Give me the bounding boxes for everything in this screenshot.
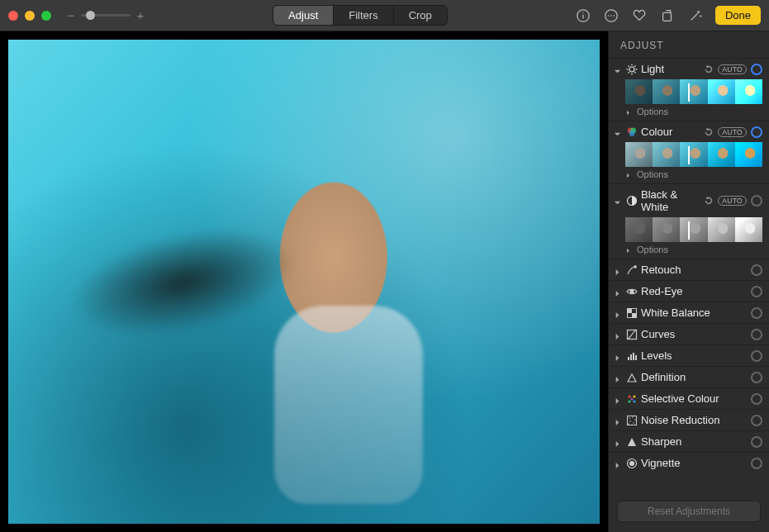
svg-point-6 [613, 15, 615, 17]
adjustment-whitebalance-header[interactable]: White Balance [614, 306, 762, 319]
svg-point-37 [629, 417, 629, 418]
svg-point-44 [629, 461, 634, 465]
auto-bw-button[interactable]: AUTO [718, 196, 747, 206]
zoom-out-icon[interactable]: − [66, 8, 76, 22]
adjustment-light: Light AUTO Options [609, 58, 769, 121]
zoom-in-icon[interactable]: + [135, 8, 145, 22]
auto-enhance-icon[interactable] [687, 7, 704, 24]
svg-line-15 [628, 72, 629, 73]
adjustment-curves-label: Curves [641, 328, 748, 340]
info-icon[interactable] [575, 7, 591, 24]
adjustment-redeye: Red-Eye [609, 280, 769, 302]
colour-slider-thumbs[interactable] [625, 142, 762, 167]
adjustment-redeye-header[interactable]: Red-Eye [614, 285, 762, 297]
toggle-vignette-ring[interactable] [751, 458, 762, 469]
svg-point-32 [633, 395, 635, 397]
adjustment-vignette: Vignette [609, 452, 769, 473]
light-slider-thumbs[interactable] [625, 79, 762, 104]
done-button[interactable]: Done [715, 6, 761, 25]
redeye-icon [625, 285, 638, 297]
adjustment-definition: Definition [609, 366, 769, 387]
adjustment-levels-label: Levels [641, 349, 748, 362]
svg-point-22 [630, 290, 634, 293]
edit-mode-tabs: Adjust Filters Crop [273, 5, 448, 26]
svg-rect-7 [663, 12, 672, 21]
toggle-levels-ring[interactable] [751, 350, 762, 362]
colour-options-toggle[interactable]: Options [625, 169, 762, 179]
light-icon [625, 63, 638, 75]
adjustment-colour-header[interactable]: Colour AUTO [614, 126, 762, 138]
window-controls [8, 11, 51, 21]
photo-canvas[interactable] [0, 31, 608, 532]
reset-bw-icon[interactable] [704, 196, 714, 206]
light-options-label: Options [637, 107, 668, 116]
toggle-whitebalance-ring[interactable] [751, 307, 762, 319]
photo-preview [8, 40, 600, 524]
adjustment-definition-header[interactable]: Definition [614, 371, 762, 383]
svg-point-21 [634, 265, 635, 267]
toggle-light-ring[interactable] [751, 64, 762, 75]
tab-filters[interactable]: Filters [333, 6, 392, 25]
chevron-right-icon [614, 266, 622, 274]
tab-adjust[interactable]: Adjust [273, 6, 333, 25]
adjustment-bw-header[interactable]: Black & White AUTO [614, 188, 762, 213]
svg-rect-27 [628, 357, 629, 360]
adjustment-vignette-header[interactable]: Vignette [614, 457, 762, 469]
toggle-redeye-ring[interactable] [751, 286, 762, 297]
adjustment-curves-header[interactable]: Curves [614, 328, 762, 340]
adjustment-light-header[interactable]: Light AUTO [614, 63, 762, 75]
adjustment-whitebalance-label: White Balance [641, 306, 748, 319]
minimize-window-button[interactable] [25, 11, 35, 21]
adjustment-definition-label: Definition [641, 371, 748, 383]
chevron-right-icon [625, 245, 634, 254]
sharpen-icon [625, 435, 638, 448]
toggle-colour-ring[interactable] [751, 126, 762, 138]
noise-icon [625, 414, 638, 426]
toolbar-actions: Done [575, 6, 761, 25]
toggle-selective-ring[interactable] [751, 393, 762, 405]
light-options-toggle[interactable]: Options [625, 107, 762, 116]
toggle-retouch-ring[interactable] [751, 264, 762, 276]
fullscreen-window-button[interactable] [41, 11, 51, 21]
svg-point-8 [629, 67, 634, 72]
adjustment-whitebalance: White Balance [609, 302, 769, 323]
rotate-icon[interactable] [659, 7, 676, 24]
svg-line-16 [634, 65, 635, 66]
close-window-button[interactable] [8, 11, 18, 21]
adjustment-retouch-header[interactable]: Retouch [614, 264, 762, 276]
svg-point-5 [610, 15, 612, 17]
chevron-right-icon [614, 459, 622, 468]
toggle-bw-ring[interactable] [751, 195, 762, 207]
adjustment-redeye-label: Red-Eye [641, 285, 748, 297]
auto-colour-button[interactable]: AUTO [718, 127, 747, 137]
reset-adjustments-button[interactable]: Reset Adjustments [617, 501, 761, 522]
zoom-slider[interactable] [81, 14, 131, 17]
adjustment-selective-header[interactable]: Selective Colour [614, 392, 762, 405]
reset-light-icon[interactable] [704, 64, 714, 74]
tab-crop[interactable]: Crop [393, 6, 447, 25]
svg-point-38 [632, 416, 633, 417]
adjust-sidebar: ADJUST Light AUTO Optio [608, 31, 769, 532]
bw-slider-thumbs[interactable] [625, 217, 762, 242]
chevron-right-icon [614, 309, 622, 317]
curves-icon [625, 328, 638, 340]
adjustment-levels-header[interactable]: Levels [614, 349, 762, 362]
toggle-noise-ring[interactable] [751, 415, 762, 426]
reset-colour-icon[interactable] [704, 127, 714, 137]
bw-options-toggle[interactable]: Options [625, 245, 762, 254]
svg-line-13 [628, 65, 629, 66]
colour-icon [625, 126, 638, 138]
toggle-sharpen-ring[interactable] [751, 436, 762, 448]
svg-point-40 [629, 420, 630, 421]
adjustment-noise-header[interactable]: Noise Reduction [614, 414, 762, 426]
svg-rect-25 [632, 313, 637, 318]
adjustment-sharpen-header[interactable]: Sharpen [614, 435, 762, 448]
toggle-curves-ring[interactable] [751, 329, 762, 340]
svg-point-33 [628, 400, 630, 402]
toggle-definition-ring[interactable] [751, 372, 762, 383]
auto-light-button[interactable]: AUTO [718, 64, 747, 74]
favorite-icon[interactable] [631, 7, 648, 24]
more-icon[interactable] [603, 7, 619, 24]
adjustment-retouch-label: Retouch [641, 264, 748, 276]
sidebar-title: ADJUST [609, 31, 769, 58]
